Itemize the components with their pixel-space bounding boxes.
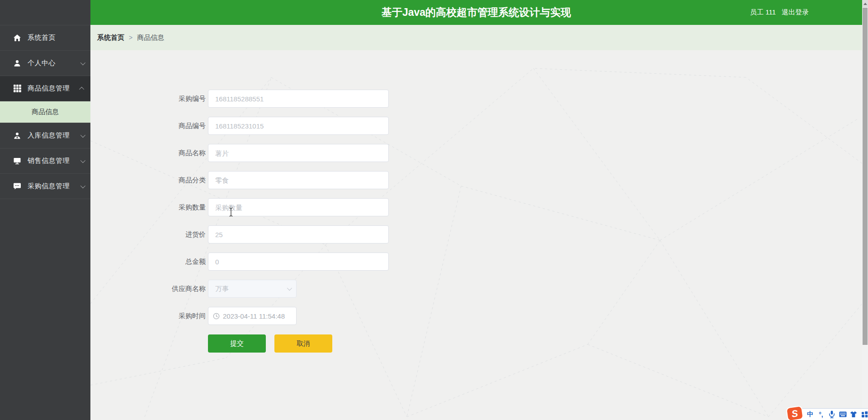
- product-no-input[interactable]: [208, 117, 389, 135]
- chevron-down-icon: [80, 183, 85, 188]
- clock-icon: [213, 313, 220, 320]
- logout-link[interactable]: 退出登录: [782, 8, 809, 17]
- sidebar-item-inbound-info-mgmt[interactable]: 入库信息管理: [0, 123, 90, 148]
- grid-icon: [13, 85, 22, 93]
- form-row: 进货价: [90, 225, 633, 243]
- ime-keyboard-icon[interactable]: [839, 410, 847, 419]
- ime-chinese-mode-icon[interactable]: 中: [806, 410, 814, 419]
- product-name-input[interactable]: [208, 144, 389, 162]
- field-label: 商品名称: [90, 149, 208, 158]
- sidebar-item-label: 销售信息管理: [28, 157, 79, 165]
- purchase-time-value: 2023-04-11 11:54:48: [223, 312, 285, 320]
- ime-punctuation-icon[interactable]: °,: [817, 410, 825, 419]
- sidebar-item-label: 采购信息管理: [28, 182, 79, 191]
- ime-toolbar: S 中 °,: [794, 408, 868, 420]
- user-badge-icon: [13, 132, 22, 140]
- cancel-button[interactable]: 取消: [274, 334, 332, 353]
- form-row: 总金额: [90, 253, 633, 271]
- field-label: 供应商名称: [90, 285, 208, 293]
- product-category-input[interactable]: [208, 171, 389, 189]
- field-label: 总金额: [90, 258, 208, 266]
- breadcrumb-home[interactable]: 系统首页: [97, 33, 124, 42]
- form-row: 商品分类: [90, 171, 633, 189]
- header-bar: 基于Java的高校超市管理系统设计与实现 员工 111 退出登录: [90, 0, 862, 25]
- ime-toolbox-icon[interactable]: [860, 410, 868, 419]
- field-label: 采购数量: [90, 203, 208, 212]
- breadcrumb-current: 商品信息: [137, 33, 164, 42]
- chevron-up-icon: [79, 86, 84, 91]
- monitor-icon: [13, 157, 22, 165]
- submit-button[interactable]: 提交: [208, 334, 266, 353]
- sidebar-item-label: 个人中心: [28, 59, 79, 67]
- chevron-down-icon: [80, 60, 85, 65]
- form-row: 采购数量: [90, 198, 633, 216]
- sidebar-item-purchase-info-mgmt[interactable]: 采购信息管理: [0, 174, 90, 199]
- sidebar-item-label: 系统首页: [28, 33, 84, 42]
- purchase-time-picker[interactable]: 2023-04-11 11:54:48: [208, 307, 297, 325]
- purchase-price-input[interactable]: [208, 225, 389, 243]
- purchase-qty-input[interactable]: [208, 198, 389, 216]
- chevron-down-icon: [80, 158, 85, 162]
- form-row: 商品编号: [90, 117, 633, 135]
- sogou-logo-icon[interactable]: S: [786, 406, 804, 420]
- chevron-down-icon: [80, 132, 85, 137]
- total-amount-input[interactable]: [208, 253, 389, 271]
- field-label: 进货价: [90, 230, 208, 239]
- field-label: 采购时间: [90, 312, 208, 320]
- supplier-select[interactable]: 万事: [208, 280, 297, 298]
- sidebar-menu: 系统首页 个人中心 商品信息管理 商品信息 入库信息管理: [0, 25, 90, 199]
- scrollbar-thumb[interactable]: [863, 8, 868, 345]
- breadcrumb: 系统首页 > 商品信息: [90, 25, 862, 50]
- supplier-select-value: 万事: [215, 285, 229, 293]
- page-title: 基于Java的高校超市管理系统设计与实现: [90, 0, 862, 25]
- field-label: 商品编号: [90, 122, 208, 130]
- form-actions: 提交 取消: [90, 334, 633, 353]
- chat-icon: [13, 182, 22, 191]
- scroll-up-arrow-icon: [863, 3, 867, 5]
- chevron-down-icon: [287, 286, 292, 291]
- breadcrumb-separator: >: [129, 34, 132, 41]
- main-content: 采购编号 商品编号 商品名称 商品分类 采购数量 进货价 总金额: [90, 50, 862, 420]
- current-user-label: 员工 111: [750, 8, 776, 17]
- sidebar-subitem-label: 商品信息: [32, 108, 59, 116]
- user-icon: [13, 59, 22, 67]
- scrollbar-up-button[interactable]: [862, 0, 868, 7]
- ime-microphone-icon[interactable]: [828, 410, 836, 419]
- field-label: 采购编号: [90, 95, 208, 103]
- home-icon: [13, 34, 22, 42]
- user-area: 员工 111 退出登录: [750, 0, 809, 25]
- sidebar-item-personal-center[interactable]: 个人中心: [0, 51, 90, 76]
- sidebar-item-label: 商品信息管理: [28, 84, 79, 93]
- ime-skin-icon[interactable]: [849, 410, 858, 419]
- text-cursor: [229, 207, 233, 217]
- vertical-scrollbar: [862, 0, 868, 420]
- form-row: 采购时间 2023-04-11 11:54:48: [90, 307, 633, 325]
- field-label: 商品分类: [90, 176, 208, 185]
- purchase-form: 采购编号 商品编号 商品名称 商品分类 采购数量 进货价 总金额: [90, 90, 633, 353]
- sidebar: 系统首页 个人中心 商品信息管理 商品信息 入库信息管理: [0, 0, 90, 420]
- sidebar-subitem-product-info[interactable]: 商品信息: [0, 101, 90, 123]
- form-row: 采购编号: [90, 90, 633, 108]
- sidebar-item-home[interactable]: 系统首页: [0, 25, 90, 51]
- sidebar-item-product-info-mgmt[interactable]: 商品信息管理: [0, 76, 90, 101]
- sidebar-item-sales-info-mgmt[interactable]: 销售信息管理: [0, 148, 90, 174]
- sidebar-item-label: 入库信息管理: [28, 131, 79, 140]
- purchase-no-input[interactable]: [208, 90, 389, 108]
- form-row: 供应商名称 万事: [90, 280, 633, 298]
- form-row: 商品名称: [90, 144, 633, 162]
